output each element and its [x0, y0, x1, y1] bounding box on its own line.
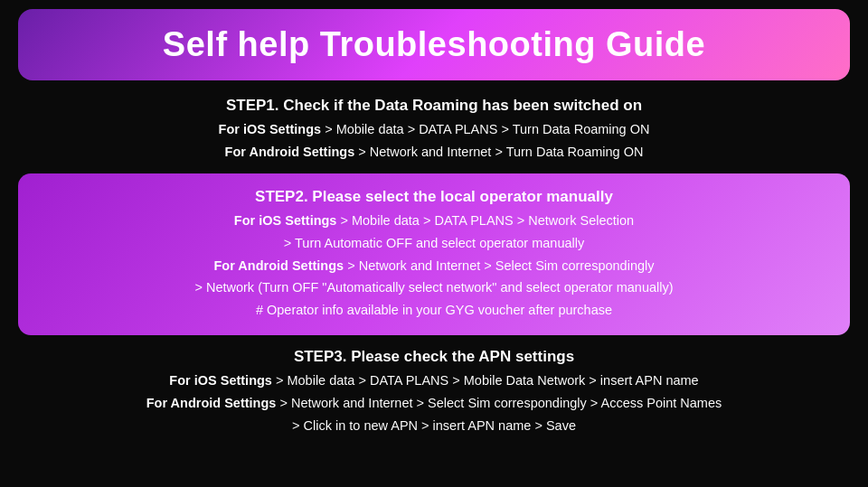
title-banner: Self help Troubleshooting Guide	[18, 9, 850, 80]
step2-ios-label: For iOS Settings	[234, 213, 337, 228]
step1-heading: STEP1. Check if the Data Roaming has bee…	[18, 97, 850, 115]
step3-line3: > Click in to new APN > insert APN name …	[18, 415, 850, 437]
step1-android-text: > Network and Internet > Turn Data Roami…	[354, 145, 643, 159]
step1-ios-label: For iOS Settings	[219, 122, 322, 136]
step3-ios-text: > Mobile data > DATA PLANS > Mobile Data…	[272, 373, 699, 388]
step3-ios-label: For iOS Settings	[169, 373, 272, 388]
step3-line1: For iOS Settings > Mobile data > DATA PL…	[18, 370, 850, 392]
step2-line4: > Network (Turn OFF "Automatically selec…	[40, 276, 828, 299]
step3-android-label: For Android Settings	[146, 396, 277, 410]
step2-ios-text: > Mobile data > DATA PLANS > Network Sel…	[336, 213, 634, 228]
step3-android-text: > Network and Internet > Select Sim corr…	[276, 396, 722, 410]
step1-section: STEP1. Check if the Data Roaming has bee…	[18, 97, 850, 163]
step3-heading: STEP3. Please check the APN settings	[18, 348, 850, 366]
step2-line5: # Operator info available in your GYG vo…	[40, 299, 828, 322]
step2-section: STEP2. Please select the local operator …	[18, 173, 850, 335]
main-title: Self help Troubleshooting Guide	[163, 25, 705, 63]
step2-line2: > Turn Automatic OFF and select operator…	[40, 232, 828, 255]
step3-section: STEP3. Please check the APN settings For…	[18, 348, 850, 436]
step2-android-text: > Network and Internet > Select Sim corr…	[344, 258, 654, 273]
step1-line1: For iOS Settings > Mobile data > DATA PL…	[18, 118, 850, 141]
step1-ios-text: > Mobile data > DATA PLANS > Turn Data R…	[321, 122, 649, 136]
step2-line3: For Android Settings > Network and Inter…	[40, 255, 828, 277]
step2-android-label: For Android Settings	[214, 258, 344, 273]
step1-line2: For Android Settings > Network and Inter…	[18, 141, 850, 164]
step2-heading: STEP2. Please select the local operator …	[40, 188, 828, 206]
step1-android-label: For Android Settings	[225, 145, 355, 159]
step2-line1: For iOS Settings > Mobile data > DATA PL…	[40, 210, 828, 232]
step3-line2: For Android Settings > Network and Inter…	[18, 392, 850, 415]
